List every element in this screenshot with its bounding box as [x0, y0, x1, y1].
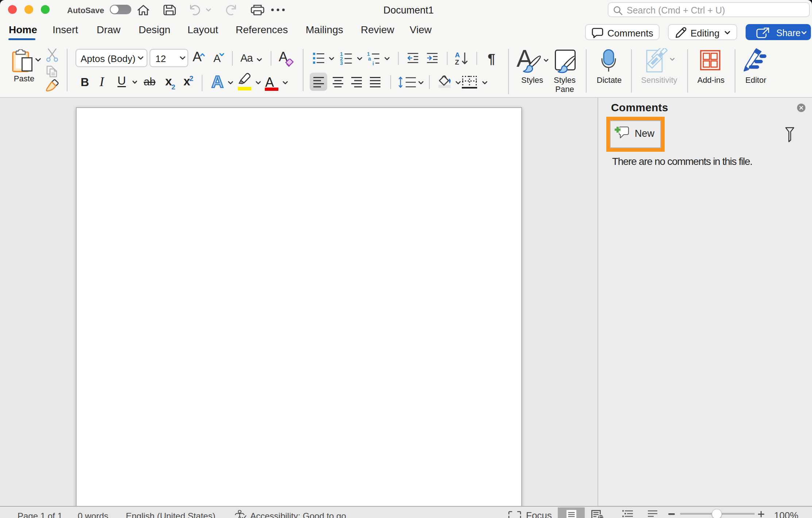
- svg-text:A: A: [211, 73, 223, 90]
- svg-text:a: a: [368, 56, 371, 62]
- svg-text:i: i: [372, 61, 374, 66]
- svg-text:3: 3: [340, 60, 343, 66]
- svg-text:A: A: [455, 51, 460, 59]
- svg-text:Z: Z: [455, 58, 459, 65]
